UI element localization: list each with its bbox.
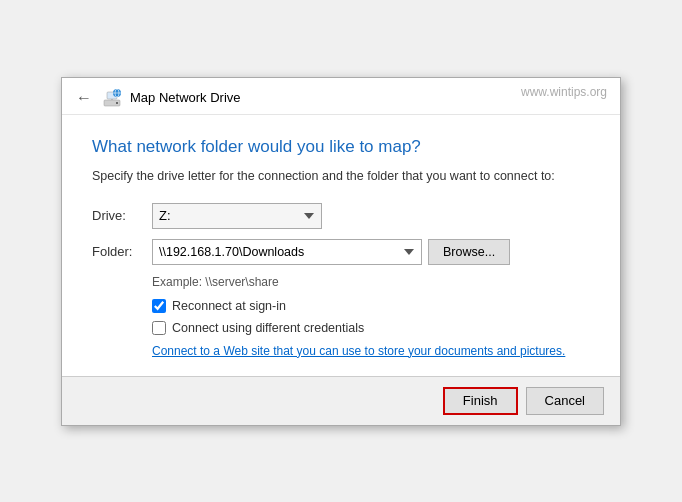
description-text: Specify the drive letter for the connect… xyxy=(92,169,590,183)
back-button[interactable]: ← xyxy=(76,89,92,107)
reconnect-label[interactable]: Reconnect at sign-in xyxy=(172,299,286,313)
dialog-footer: Finish Cancel xyxy=(62,376,620,425)
reconnect-row: Reconnect at sign-in xyxy=(152,299,590,313)
main-question: What network folder would you like to ma… xyxy=(92,137,590,157)
cancel-button[interactable]: Cancel xyxy=(526,387,604,415)
example-text: Example: \\server\share xyxy=(152,275,590,289)
finish-button[interactable]: Finish xyxy=(443,387,518,415)
reconnect-checkbox[interactable] xyxy=(152,299,166,313)
browse-button[interactable]: Browse... xyxy=(428,239,510,265)
network-drive-icon xyxy=(102,88,122,108)
folder-input[interactable]: \\192.168.1.70\Downloads xyxy=(152,239,422,265)
credentials-checkbox[interactable] xyxy=(152,321,166,335)
credentials-row: Connect using different credentials xyxy=(152,321,590,335)
dialog-title: Map Network Drive xyxy=(130,90,241,105)
map-network-drive-dialog: ← Map Network Drive What network folder … xyxy=(61,77,621,426)
svg-point-2 xyxy=(116,102,118,104)
folder-label: Folder: xyxy=(92,244,152,259)
credentials-label[interactable]: Connect using different credentials xyxy=(172,321,364,335)
drive-row: Drive: Z: Y: X: W: xyxy=(92,203,590,229)
folder-row: Folder: \\192.168.1.70\Downloads Browse.… xyxy=(92,239,590,265)
website-link-row: Connect to a Web site that you can use t… xyxy=(152,343,590,358)
website-link[interactable]: Connect to a Web site that you can use t… xyxy=(152,344,565,358)
folder-input-group: \\192.168.1.70\Downloads Browse... xyxy=(152,239,510,265)
drive-select[interactable]: Z: Y: X: W: xyxy=(152,203,322,229)
watermark: www.wintips.org xyxy=(521,85,607,99)
drive-label: Drive: xyxy=(92,208,152,223)
dialog-content: What network folder would you like to ma… xyxy=(62,115,620,376)
